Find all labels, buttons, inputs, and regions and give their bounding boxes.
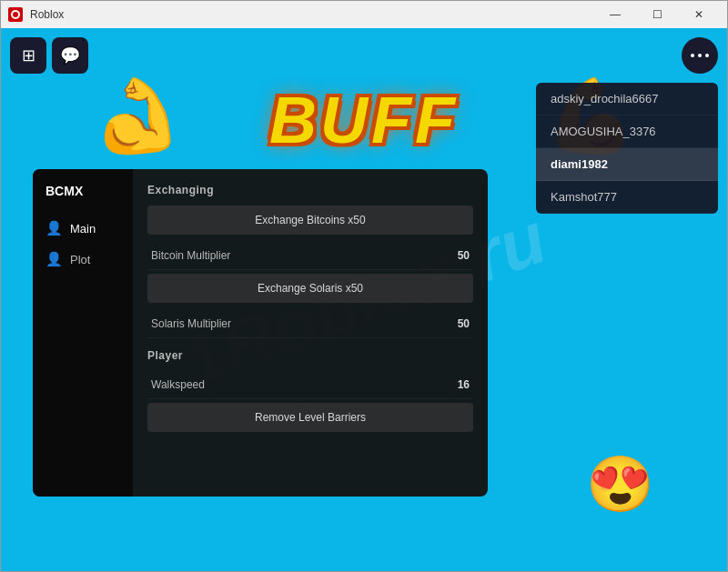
svg-point-3 <box>698 54 702 57</box>
toolbar-left: ⊞ 💬 <box>10 37 88 74</box>
bitcoin-multiplier-label: Bitcoin Multiplier <box>151 249 230 262</box>
bitcoin-multiplier-row: Bitcoin Multiplier 50 <box>147 242 473 270</box>
game-toolbar: ⊞ 💬 <box>10 37 718 74</box>
player-item[interactable]: Kamshot777 <box>536 181 718 214</box>
game-area: ⊞ 💬 1Roblox.ru 💪 💪 BUFF 😍 <box>1 28 727 571</box>
main-panel: BCMX 👤 Main 👤 Plot Exchanging Exchange B… <box>33 169 488 497</box>
close-button[interactable]: ✕ <box>678 1 720 28</box>
sidebar-label-main: Main <box>70 222 96 236</box>
svg-point-4 <box>705 54 709 57</box>
title-bar: Roblox — ☐ ✕ <box>1 1 727 28</box>
svg-point-2 <box>691 54 694 57</box>
walkspeed-row: Walkspeed 16 <box>147 371 473 399</box>
svg-point-1 <box>13 12 18 17</box>
players-dropdown: adskiy_drochila6667 AMOGUSIHA_3376 diami… <box>536 83 718 214</box>
more-button[interactable] <box>682 37 718 74</box>
panel-title: BCMX <box>33 184 133 213</box>
buff-text: BUFF <box>269 84 459 156</box>
exchange-bitcoins-button[interactable]: Exchange Bitcoins x50 <box>147 206 473 235</box>
content-area: Exchanging Exchange Bitcoins x50 Bitcoin… <box>133 169 488 497</box>
title-bar-left: Roblox <box>8 7 64 22</box>
player-item[interactable]: adskiy_drochila6667 <box>536 83 718 115</box>
emoji-face: 😍 <box>586 452 654 517</box>
solaris-multiplier-row: Solaris Multiplier 50 <box>147 310 473 338</box>
solaris-multiplier-value: 50 <box>458 317 470 330</box>
user-icon: 👤 <box>46 220 63 236</box>
minimize-button[interactable]: — <box>594 1 636 28</box>
bitcoin-multiplier-value: 50 <box>458 249 470 262</box>
buff-logo: BUFF <box>269 83 459 157</box>
section-title-player: Player <box>147 349 473 362</box>
sidebar: BCMX 👤 Main 👤 Plot <box>33 169 133 497</box>
chat-icon: 💬 <box>60 45 80 65</box>
walkspeed-label: Walkspeed <box>151 378 205 391</box>
sidebar-item-plot[interactable]: 👤 Plot <box>33 244 133 275</box>
player-section: Player Walkspeed 16 Remove Level Barrier… <box>147 349 473 432</box>
window: Roblox — ☐ ✕ ⊞ 💬 <box>0 0 728 572</box>
plot-icon: 👤 <box>46 251 63 267</box>
section-title-exchanging: Exchanging <box>147 184 473 196</box>
exchange-solaris-button[interactable]: Exchange Solaris x50 <box>147 274 473 303</box>
remove-level-barriers-button[interactable]: Remove Level Barriers <box>147 403 473 432</box>
window-icon <box>8 7 23 22</box>
title-bar-controls: — ☐ ✕ <box>594 1 720 28</box>
home-icon: ⊞ <box>22 45 35 65</box>
sidebar-label-plot: Plot <box>70 253 90 266</box>
window-title: Roblox <box>30 8 64 21</box>
walkspeed-value: 16 <box>458 378 470 391</box>
arm-left-icon: 💪 <box>92 74 183 159</box>
sidebar-item-main[interactable]: 👤 Main <box>33 213 133 244</box>
chat-button[interactable]: 💬 <box>52 37 88 74</box>
player-item-active[interactable]: diami1982 <box>536 148 718 181</box>
home-button[interactable]: ⊞ <box>10 37 46 74</box>
solaris-multiplier-label: Solaris Multiplier <box>151 317 231 330</box>
maximize-button[interactable]: ☐ <box>636 1 678 28</box>
player-item[interactable]: AMOGUSIHA_3376 <box>536 115 718 148</box>
